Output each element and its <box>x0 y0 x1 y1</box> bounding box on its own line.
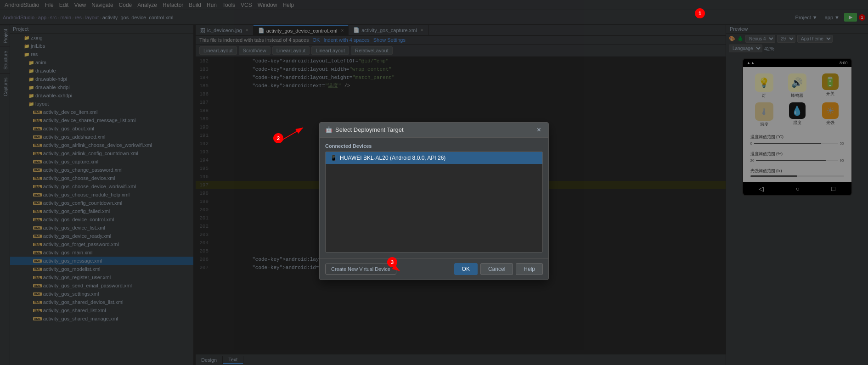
modal-title-text: Select Deployment Target <box>335 126 404 133</box>
ok-button[interactable]: OK <box>454 263 478 275</box>
create-virtual-device-button[interactable]: Create New Virtual Device <box>325 264 396 275</box>
modal-body: Connected Devices 📱 HUAWEI BKL-AL20 (And… <box>320 138 548 258</box>
android-icon: 🤖 <box>325 126 333 133</box>
device-list: 📱 HUAWEI BKL-AL20 (Android 8.0.0, API 26… <box>325 152 543 253</box>
modal-footer: Create New Virtual Device OK Cancel Help <box>320 258 548 280</box>
connected-devices-label: Connected Devices <box>325 143 543 149</box>
modal-close-button[interactable]: × <box>535 126 543 134</box>
device-item-huawei[interactable]: 📱 HUAWEI BKL-AL20 (Android 8.0.0, API 26… <box>326 152 542 164</box>
modal-overlay: 🤖 Select Deployment Target × Connected D… <box>0 0 868 365</box>
deployment-target-modal: 🤖 Select Deployment Target × Connected D… <box>319 122 549 280</box>
help-button[interactable]: Help <box>516 263 543 275</box>
device-phone-icon: 📱 <box>330 155 337 161</box>
cancel-button[interactable]: Cancel <box>480 263 513 275</box>
modal-header: 🤖 Select Deployment Target × <box>320 123 548 138</box>
modal-title: 🤖 Select Deployment Target <box>325 126 404 133</box>
device-item-label: HUAWEI BKL-AL20 (Android 8.0.0, API 26) <box>340 155 445 161</box>
modal-action-buttons: OK Cancel Help <box>454 263 543 275</box>
